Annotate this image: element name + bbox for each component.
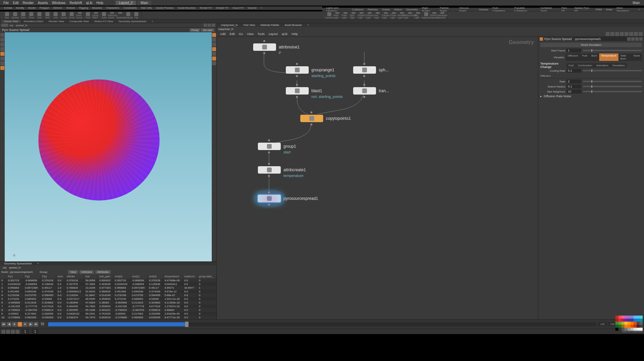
reset-sim-button[interactable]: Reset Simulation <box>540 43 642 47</box>
ss-col-P[y][interactable]: P[y] <box>24 274 41 279</box>
ntab-tree[interactable]: Tree View <box>240 24 258 27</box>
tool-area-light[interactable]: Area Light <box>334 12 341 19</box>
ss-view-btn[interactable]: View <box>68 270 78 274</box>
shelf-create[interactable]: Create <box>2 6 14 9</box>
node-attribcreate[interactable]: attribcreate1 temperature <box>258 166 306 174</box>
shelf-add[interactable]: + <box>259 6 265 9</box>
param-ico4[interactable] <box>639 37 643 41</box>
swatch-color[interactable] <box>637 316 640 319</box>
tool-gamepad-camera[interactable]: Gamepad Camera <box>439 12 446 19</box>
node-blast[interactable]: blast1 not: starting_points <box>286 87 322 95</box>
ss-col-diffrate[interactable]: diffrate <box>65 274 84 279</box>
node-copytopoints[interactable]: copytopoints1 <box>300 115 351 122</box>
tool-circle[interactable]: Circle <box>68 12 75 19</box>
desktop-tab-main[interactable]: Main <box>137 1 151 5</box>
status-ico3[interactable] <box>11 330 15 334</box>
rate-field[interactable]: 2 <box>567 79 581 83</box>
start-frame-slider[interactable] <box>583 50 642 51</box>
path-opt-icon[interactable] <box>204 24 207 27</box>
swatch-color[interactable] <box>640 319 643 322</box>
node-transform[interactable]: tran... <box>353 87 389 95</box>
tab-geospread[interactable]: Geometry Spreadsheet <box>116 20 149 23</box>
swatch-color[interactable] <box>628 322 631 325</box>
swatch-color[interactable] <box>631 322 634 325</box>
ss-path-fx[interactable]: spread_fx <box>8 266 22 269</box>
swatch-color[interactable] <box>637 322 640 325</box>
swatch-color[interactable] <box>615 325 618 328</box>
ss-path-obj[interactable]: obj <box>1 266 8 269</box>
play-first[interactable]: ⏮ <box>1 322 6 327</box>
swatch-color[interactable] <box>618 316 621 319</box>
tool-caustic-light[interactable]: Caustic Light <box>382 12 389 19</box>
vis-none[interactable]: None <box>632 53 642 61</box>
nmenu-ico5[interactable] <box>624 32 629 36</box>
menu-file[interactable]: File <box>1 1 11 5</box>
ss-col-[interactable] <box>0 274 6 279</box>
tool-torus[interactable]: Torus <box>28 12 35 19</box>
table-row[interactable]: 8-0.790922-0.3047030.5380140.00.26359555… <box>0 308 216 312</box>
shelf-texture[interactable]: Texture <box>64 6 77 9</box>
vtool-o2[interactable] <box>212 42 216 46</box>
nmenu-ico1[interactable] <box>606 32 610 36</box>
status-f2[interactable]: 1 <box>32 329 39 334</box>
search-slider[interactable] <box>583 86 642 87</box>
vtool-select[interactable] <box>0 33 4 37</box>
shelf-oceans[interactable]: Oceans <box>477 8 490 11</box>
swatch-color[interactable] <box>634 325 637 328</box>
node-sphere[interactable]: sph... <box>353 66 388 74</box>
ss-intrinsics-btn[interactable]: Intrinsics <box>79 270 94 274</box>
table-row[interactable]: 50.2731930.6869030.526890.00.037221768.5… <box>0 297 216 301</box>
swatch-color[interactable] <box>634 328 637 331</box>
menu-help[interactable]: Help <box>94 1 105 5</box>
swatch-color[interactable] <box>637 328 640 331</box>
tool-geo-light[interactable]: Geo Light <box>374 12 381 19</box>
swatch-color[interactable] <box>618 328 621 331</box>
table-row[interactable]: 6-0.9658660.2118180.3248620.00.18099447.… <box>0 301 216 304</box>
color-palette[interactable] <box>615 316 643 331</box>
swatch-color[interactable] <box>628 325 631 328</box>
table-row[interactable]: 20.9580640.05723650.451171.00.76662413.3… <box>0 286 216 290</box>
vtool-o6[interactable] <box>212 61 216 65</box>
menu-windows[interactable]: Windows <box>50 1 68 5</box>
swatch-color[interactable] <box>631 325 634 328</box>
swatch-color[interactable] <box>615 328 618 331</box>
vtool-render[interactable] <box>0 61 4 65</box>
ss-col-fuel[interactable]: fuel <box>84 274 98 279</box>
play-next[interactable]: ▶ <box>28 322 33 327</box>
param-node-name[interactable]: pyrosourcespread1 <box>574 37 627 41</box>
play-back[interactable]: ⏴ <box>12 322 17 327</box>
menu-redshift[interactable]: Redshift <box>68 1 84 5</box>
shelf-grains[interactable]: Grains <box>380 8 392 11</box>
vtool-handle[interactable] <box>0 52 4 56</box>
tab-composite[interactable]: Composite View <box>67 20 92 23</box>
ss-col-P[z][interactable]: P[z] <box>41 274 56 279</box>
shelf-constraints[interactable]: Constraints <box>121 6 139 9</box>
nmenu-view[interactable]: View <box>245 32 256 36</box>
persp-dropdown[interactable]: Persp <box>190 28 201 32</box>
desktop-tab-layout[interactable]: Layout_2 <box>115 1 136 5</box>
table-row[interactable]: 30.4519890.6993380.3743490.00.0096841352… <box>0 290 216 293</box>
cam-dropdown[interactable]: No cam <box>201 28 214 32</box>
table-row[interactable]: 00.302733-0.8080580.3762280.00.37821858.… <box>0 279 216 282</box>
swatch-color[interactable] <box>621 325 624 328</box>
sec-combustion[interactable]: Combustion <box>576 63 595 68</box>
path-opt2-icon[interactable] <box>208 24 211 27</box>
ntab-asset[interactable]: Asset Browser <box>282 24 305 27</box>
shelf-vines[interactable]: Vines <box>604 8 614 11</box>
swatch-color[interactable] <box>624 322 628 325</box>
swatch-color[interactable] <box>640 316 643 319</box>
vtool-snap[interactable] <box>0 66 4 70</box>
maxn-field[interactable]: 10 <box>567 89 581 94</box>
vis-totalburn[interactable]: Total Burn <box>618 53 632 61</box>
vtool-o5[interactable] <box>212 57 216 61</box>
ntab-material[interactable]: Material Palette <box>258 24 282 27</box>
sec-animation[interactable]: Animation <box>594 63 610 68</box>
ss-tab-add[interactable]: + <box>35 262 42 265</box>
vtool-o1[interactable] <box>212 38 216 42</box>
swatch-color[interactable] <box>615 316 618 319</box>
swatch-color[interactable] <box>624 319 628 322</box>
npath-fx[interactable]: spread_fx <box>222 28 234 31</box>
tool-draw-curve[interactable]: Draw Curve <box>76 12 83 19</box>
ss-col-rest[2][interactable]: rest[2] <box>147 274 163 279</box>
swatch-color[interactable] <box>628 316 631 319</box>
